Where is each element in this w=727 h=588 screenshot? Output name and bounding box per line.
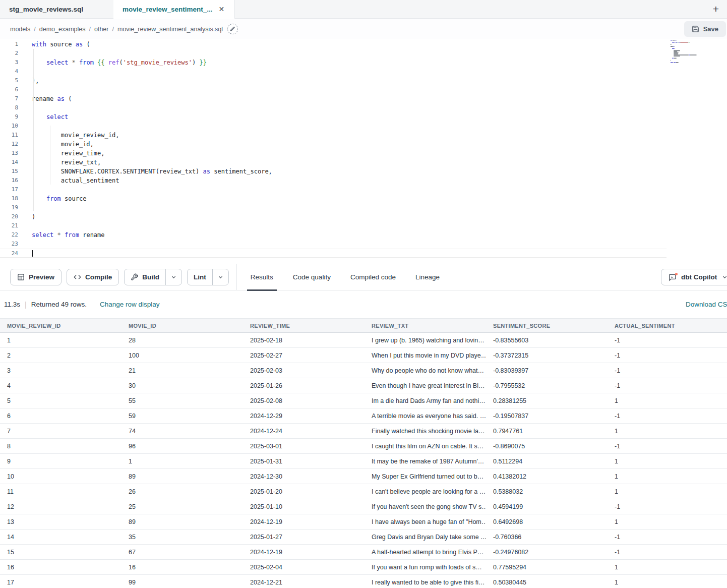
save-button[interactable]: Save bbox=[684, 21, 726, 37]
minimap[interactable] bbox=[670, 38, 715, 67]
table-cell: 2024-12-19 bbox=[243, 514, 365, 530]
line-number: 14 bbox=[0, 158, 18, 167]
table-row: 16162025-02-04If you want a fun romp wit… bbox=[0, 560, 727, 575]
code-line[interactable]: 4 bbox=[0, 67, 727, 76]
column-header-sentiment-score[interactable]: SENTIMENT_SCORE bbox=[486, 319, 608, 333]
code-line[interactable]: 10 bbox=[0, 122, 727, 131]
preview-button[interactable]: Preview bbox=[10, 269, 62, 285]
column-header-movie-review-id[interactable]: MOVIE_REVIEW_ID bbox=[0, 319, 122, 333]
code-line[interactable]: 24 bbox=[0, 249, 667, 258]
table-row: 8962025-03-01I caught this film on AZN o… bbox=[0, 439, 727, 454]
build-button[interactable]: Build bbox=[125, 269, 165, 285]
tab-movie-review-sentiment[interactable]: movie_review_sentiment_... ✕ bbox=[113, 0, 235, 19]
close-icon[interactable]: ✕ bbox=[218, 5, 226, 14]
tab-compiled-code[interactable]: Compiled code bbox=[350, 264, 396, 290]
lint-button[interactable]: Lint bbox=[188, 269, 212, 285]
build-dropdown-button[interactable] bbox=[165, 269, 181, 285]
code-line[interactable]: 20) bbox=[0, 212, 727, 221]
download-csv-link[interactable]: Download CSV bbox=[686, 301, 727, 308]
line-number: 18 bbox=[0, 194, 18, 203]
table-cell: 2024-12-30 bbox=[243, 469, 365, 484]
column-header-movie-id[interactable]: MOVIE_ID bbox=[122, 319, 243, 333]
table-cell: 55 bbox=[122, 393, 243, 408]
line-number: 8 bbox=[0, 103, 18, 112]
new-tab-button[interactable]: + bbox=[709, 2, 723, 16]
review-txt-cell: If you want a fun romp with loads of s… bbox=[372, 564, 482, 571]
column-header-review-txt[interactable]: REVIEW_TXT bbox=[365, 319, 486, 333]
build-label: Build bbox=[142, 273, 159, 281]
line-number: 11 bbox=[0, 131, 18, 140]
code-text: movie_id, bbox=[18, 140, 94, 149]
copilot-spark-dot bbox=[675, 273, 678, 275]
code-line[interactable]: 23 bbox=[0, 240, 727, 249]
table-cell: 1 bbox=[608, 469, 727, 484]
tab-label: stg_movie_reviews.sql bbox=[9, 6, 83, 13]
line-number: 2 bbox=[0, 49, 18, 58]
code-line[interactable]: 1with source as ( bbox=[0, 40, 727, 49]
code-line[interactable]: 3 select * from {{ ref('stg_movie_review… bbox=[0, 58, 727, 67]
table-cell: 10 bbox=[0, 469, 122, 484]
table-cell: 0.41382012 bbox=[486, 469, 608, 484]
code-line[interactable]: 6 bbox=[0, 85, 727, 94]
code-line[interactable]: 22select * from rename bbox=[0, 230, 727, 240]
toolbar-divider bbox=[236, 264, 237, 290]
code-line[interactable]: 19 bbox=[0, 203, 727, 212]
table-cell: 30 bbox=[122, 378, 243, 393]
code-line[interactable]: 7rename as ( bbox=[0, 94, 727, 103]
breadcrumb-segment[interactable]: other bbox=[94, 26, 109, 33]
tab-stg-movie-reviews[interactable]: stg_movie_reviews.sql bbox=[0, 0, 113, 18]
lint-dropdown-button[interactable] bbox=[212, 269, 228, 285]
code-line[interactable]: 16 actual_sentiment bbox=[0, 176, 727, 185]
code-line[interactable]: 18 from source bbox=[0, 194, 727, 203]
code-line[interactable]: 15 SNOWFLAKE.CORTEX.SENTIMENT(review_txt… bbox=[0, 167, 727, 176]
column-header-review-time[interactable]: REVIEW_TIME bbox=[243, 319, 365, 333]
expand-cell-button[interactable] bbox=[486, 564, 486, 570]
table-cell: -1 bbox=[608, 545, 727, 560]
review-txt-cell: When I put this movie in my DVD playe… bbox=[372, 352, 486, 359]
results-table: MOVIE_REVIEW_ID MOVIE_ID REVIEW_TIME REV… bbox=[0, 318, 727, 588]
review-txt-cell: Why do people who do not know what… bbox=[372, 367, 484, 374]
line-number: 21 bbox=[0, 221, 18, 230]
table-cell: 9 bbox=[0, 454, 122, 469]
code-line[interactable]: 12 movie_id, bbox=[0, 140, 727, 149]
code-line[interactable]: 21 bbox=[0, 221, 727, 230]
code-line[interactable]: 11 movie_review_id, bbox=[0, 131, 727, 140]
code-line[interactable]: 5), bbox=[0, 76, 727, 85]
indent-guide bbox=[33, 49, 34, 211]
code-text bbox=[18, 67, 32, 76]
line-number: 15 bbox=[0, 167, 18, 176]
table-cell: I caught this film on AZN on cable. It s… bbox=[365, 439, 486, 454]
code-line[interactable]: 17 bbox=[0, 185, 727, 194]
table-cell: -0.83555603 bbox=[486, 333, 608, 348]
code-line[interactable]: 2 bbox=[0, 49, 727, 58]
dbt-copilot-button[interactable]: dbt Copilot bbox=[661, 269, 727, 285]
code-line[interactable]: 9 select bbox=[0, 112, 727, 122]
code-text bbox=[18, 240, 32, 249]
change-row-display-link[interactable]: Change row display bbox=[100, 301, 160, 308]
chevron-right-icon bbox=[486, 564, 486, 570]
tab-results[interactable]: Results bbox=[251, 264, 273, 290]
table-cell: 25 bbox=[122, 499, 243, 514]
tab-code-quality[interactable]: Code quality bbox=[293, 264, 331, 290]
build-button-group: Build bbox=[124, 269, 182, 285]
table-cell: 1 bbox=[608, 514, 727, 530]
column-header-actual-sentiment[interactable]: ACTUAL_SENTIMENT bbox=[608, 319, 727, 333]
table-cell: If you want a fun romp with loads of s… bbox=[365, 560, 486, 575]
code-editor[interactable]: 1with source as (23 select * from {{ ref… bbox=[0, 39, 727, 264]
table-cell: 99 bbox=[122, 575, 243, 588]
lint-label: Lint bbox=[194, 273, 206, 281]
compile-button[interactable]: Compile bbox=[67, 269, 119, 285]
wrench-icon bbox=[131, 273, 138, 281]
breadcrumb-segment[interactable]: demo_examples bbox=[39, 26, 86, 33]
file-tab-bar: stg_movie_reviews.sql movie_review_senti… bbox=[0, 0, 727, 19]
code-line[interactable]: 13 review_time, bbox=[0, 149, 727, 158]
table-cell: 0.5112294 bbox=[486, 454, 608, 469]
table-cell: Why do people who do not know what… bbox=[365, 363, 486, 378]
breadcrumb-segment[interactable]: models bbox=[10, 26, 30, 33]
table-cell: 7 bbox=[0, 424, 122, 439]
table-cell: 2025-02-27 bbox=[243, 348, 365, 363]
table-cell: -0.760366 bbox=[486, 530, 608, 545]
code-line[interactable]: 8 bbox=[0, 103, 727, 112]
code-line[interactable]: 14 review_txt, bbox=[0, 158, 727, 167]
tab-lineage[interactable]: Lineage bbox=[415, 264, 440, 290]
